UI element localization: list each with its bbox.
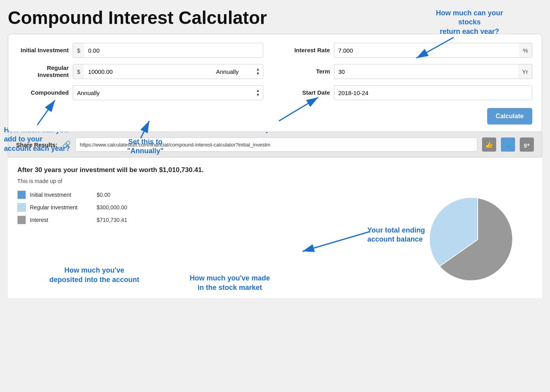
compounded-row: Compounded Daily Weekly Fortnightly Mont… — [18, 85, 263, 100]
legend-item-interest: Interest $710,730.41 — [17, 216, 411, 224]
interest-rate-input[interactable] — [334, 43, 519, 58]
initial-investment-label: Initial Investment — [18, 47, 69, 54]
initial-investment-input[interactable] — [84, 43, 263, 58]
term-input-group: Yr — [334, 64, 532, 79]
term-suffix: Yr — [518, 64, 532, 79]
legend-color-initial — [17, 191, 26, 199]
interest-rate-input-group: % — [334, 43, 532, 58]
regular-investment-label: RegularInvestment — [18, 64, 69, 79]
legend-item-initial: Initial Investment $0.00 — [17, 191, 411, 199]
start-date-label: Start Date — [287, 89, 330, 96]
calculate-btn-row: Calculate — [287, 108, 532, 125]
legend-value-interest: $710,730.41 — [97, 217, 127, 223]
regular-investment-prefix: $ — [73, 64, 84, 79]
term-row: Term Yr — [287, 64, 532, 79]
share-bar: Share Results: 🔗 👍 🐦 g+ — [8, 132, 542, 158]
annotation-set-annually: Set this to"Annually" — [110, 137, 181, 156]
term-label: Term — [287, 68, 330, 75]
regular-investment-row: RegularInvestment $ Daily Weekly Fortnig… — [18, 64, 263, 79]
regular-investment-input-group: $ Daily Weekly Fortnightly Monthly Quart… — [73, 64, 263, 79]
legend-label-initial: Initial Investment — [30, 192, 93, 198]
term-input[interactable] — [334, 64, 518, 79]
initial-investment-prefix: $ — [73, 43, 84, 58]
initial-investment-input-group: $ — [73, 43, 263, 58]
interest-rate-label: Interest Rate — [287, 47, 330, 54]
gplus-button[interactable]: g+ — [520, 137, 534, 152]
legend-value-initial: $0.00 — [97, 192, 110, 198]
legend-label-regular: Regular Investment — [30, 204, 93, 211]
legend-item-regular: Regular Investment $300,000.00 — [17, 203, 411, 212]
legend-color-regular — [17, 203, 26, 212]
results-legend: Initial Investment $0.00 Regular Investm… — [17, 191, 411, 228]
compounded-label: Compounded — [18, 89, 69, 96]
initial-investment-row: Initial Investment $ — [18, 43, 263, 58]
start-date-input-group — [334, 85, 532, 100]
annotation-total-balance: Your total endingaccount balance — [367, 226, 452, 244]
results-subtitle: This is made up of — [17, 178, 533, 184]
twitter-button[interactable]: 🐦 — [501, 137, 515, 152]
compounded-select[interactable]: Daily Weekly Fortnightly Monthly Quarter… — [73, 85, 263, 100]
calculate-button[interactable]: Calculate — [487, 108, 532, 125]
start-date-input[interactable] — [334, 85, 532, 100]
regular-investment-frequency-wrapper: Daily Weekly Fortnightly Monthly Quarter… — [212, 64, 263, 79]
legend-label-interest: Interest — [30, 217, 93, 223]
regular-investment-input[interactable] — [84, 64, 212, 79]
annotation-deposited: How much you'vedeposited into the accoun… — [47, 266, 141, 284]
compounded-select-wrapper: Daily Weekly Fortnightly Monthly Quarter… — [73, 85, 263, 100]
regular-investment-frequency-select[interactable]: Daily Weekly Fortnightly Monthly Quarter… — [212, 64, 263, 79]
like-button[interactable]: 👍 — [482, 137, 496, 152]
right-inputs: Interest Rate % Term Yr Start — [287, 43, 532, 125]
annotation-stocks-return: How much can your stocksreturn each year… — [424, 9, 515, 36]
interest-rate-row: Interest Rate % — [287, 43, 532, 58]
calculator-card: Initial Investment $ RegularInvestment $ — [8, 34, 542, 132]
compounded-input-group: Daily Weekly Fortnightly Monthly Quarter… — [73, 85, 263, 100]
annotation-stock-market: How much you've madein the stock market — [185, 274, 275, 292]
results-main-text: After 30 years your investment will be w… — [17, 166, 533, 174]
interest-rate-suffix: % — [519, 43, 532, 58]
start-date-row: Start Date — [287, 85, 532, 100]
left-inputs: Initial Investment $ RegularInvestment $ — [18, 43, 263, 125]
legend-value-regular: $300,000.00 — [97, 204, 127, 211]
legend-color-interest — [17, 216, 26, 224]
